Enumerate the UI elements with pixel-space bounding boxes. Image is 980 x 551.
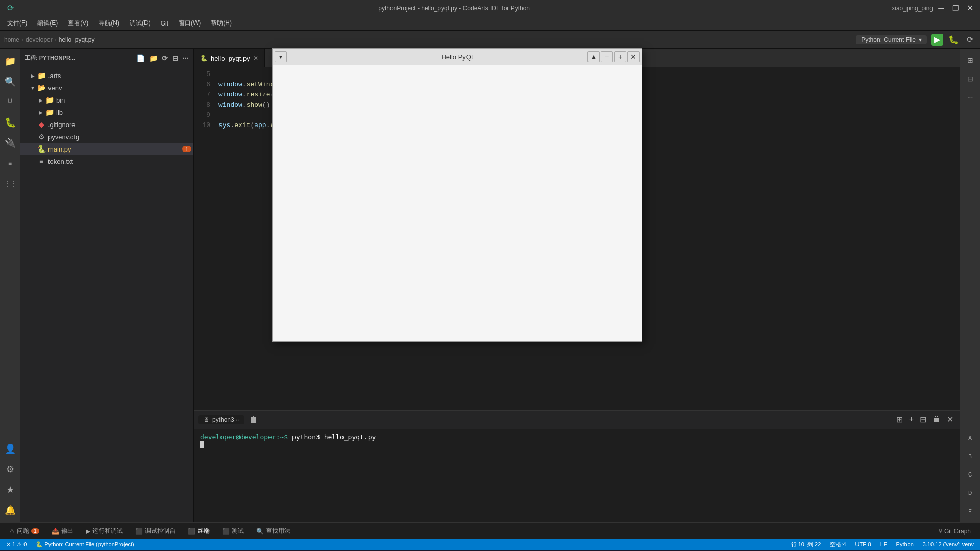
settings-run-button[interactable]: ⟳ xyxy=(964,34,976,46)
pyqt-window[interactable]: ▼ Hello PyQt ▲ − + ✕ xyxy=(272,48,642,342)
close-button[interactable]: ✕ xyxy=(964,2,976,14)
menu-git[interactable]: Git xyxy=(156,19,174,28)
activity-debug[interactable]: 🐛 xyxy=(1,113,19,132)
breadcrumb-file[interactable]: hello_pyqt.py xyxy=(59,36,95,43)
activity-settings[interactable]: ⚙ xyxy=(1,460,19,479)
tree-item-lib[interactable]: ▶ 📁 lib xyxy=(20,106,193,118)
terminal-tabs: 🖥 python3··· 🗑 ⊞ + ⊟ 🗑 ✕ xyxy=(194,411,960,429)
tree-item-main[interactable]: ▶ 🐍 main.py 1 xyxy=(20,143,193,155)
right-layout[interactable]: ⊟ xyxy=(961,69,979,88)
find-label: 查找用法 xyxy=(266,527,290,535)
kill-terminal-button[interactable]: 🗑 xyxy=(930,414,943,425)
status-version[interactable]: 3.10.12 ('venv': venv xyxy=(921,541,976,547)
terminal-layout-button[interactable]: ⊟ xyxy=(918,414,928,425)
pyqt-minimize-button[interactable]: − xyxy=(601,51,613,62)
activity-notifications[interactable]: 🔔 xyxy=(1,501,19,519)
new-folder-action[interactable]: 📁 xyxy=(148,53,159,63)
run-area: Python: Current File ▾ ▶ 🐛 ⟳ xyxy=(856,34,976,46)
terminal-line-1: developer@developer:~$ python3 hello_pyq… xyxy=(200,433,953,441)
output-icon: 📤 xyxy=(52,528,59,535)
right-more[interactable]: ··· xyxy=(961,88,979,106)
line-ending-text: LF xyxy=(880,541,887,547)
python-env-icon: 🐍 xyxy=(36,541,43,548)
bottom-tab-terminal[interactable]: ⬛ 终端 xyxy=(183,525,215,536)
label-arts: .arts xyxy=(48,72,191,80)
tree-item-arts[interactable]: ▶ 📁 .arts xyxy=(20,69,193,82)
bottom-tab-output[interactable]: 📤 输出 xyxy=(46,525,79,536)
run-button[interactable]: ▶ xyxy=(931,34,943,46)
activity-more1[interactable]: ≡ xyxy=(1,154,19,172)
arrow-lib: ▶ xyxy=(37,110,45,115)
right-split-view[interactable]: ⊞ xyxy=(961,51,979,69)
status-line-col[interactable]: 行 10, 列 22 xyxy=(789,541,823,548)
split-terminal-button[interactable]: ⊞ xyxy=(894,414,905,425)
breadcrumb-home[interactable]: home xyxy=(4,36,19,43)
tab-hello-pyqt[interactable]: 🐍 hello_pyqt.py ✕ xyxy=(194,49,265,67)
activity-git[interactable]: ⑂ xyxy=(1,93,19,111)
menu-help[interactable]: 帮助(H) xyxy=(206,18,237,29)
menu-nav[interactable]: 导航(N) xyxy=(93,18,125,29)
collapse-action[interactable]: ⊟ xyxy=(171,53,179,63)
right-bottom3[interactable]: C xyxy=(961,465,979,484)
menu-debug[interactable]: 调试(D) xyxy=(125,18,156,29)
status-python-env[interactable]: 🐍 Python: Current File (pythonProject) xyxy=(34,541,136,548)
debug-run-button[interactable]: 🐛 xyxy=(947,34,960,46)
menu-edit[interactable]: 编辑(E) xyxy=(32,18,63,29)
status-spaces[interactable]: 空格:4 xyxy=(828,541,848,548)
more-action[interactable]: ··· xyxy=(181,53,189,63)
activity-star[interactable]: ★ xyxy=(1,481,19,499)
pyqt-maximize-up-button[interactable]: ▲ xyxy=(587,51,600,62)
terminal-tab-python3[interactable]: 🖥 python3··· xyxy=(198,415,244,424)
right-bottom2[interactable]: B xyxy=(961,447,979,465)
tree-item-bin[interactable]: ▶ 📁 bin xyxy=(20,94,193,106)
bottom-tab-git-graph[interactable]: ⑂ Git Graph xyxy=(934,527,976,536)
activity-accounts[interactable]: 👤 xyxy=(1,440,19,458)
terminal-body[interactable]: developer@developer:~$ python3 hello_pyq… xyxy=(194,429,960,522)
status-errors[interactable]: ✕ 1 ⚠ 0 xyxy=(4,541,29,548)
activity-explorer[interactable]: 📁 xyxy=(1,52,19,70)
tab-close-button[interactable]: ✕ xyxy=(253,55,258,62)
right-bottom4[interactable]: D xyxy=(961,484,979,502)
new-file-action[interactable]: 📄 xyxy=(135,53,146,63)
breadcrumb-developer[interactable]: developer xyxy=(26,36,53,43)
add-terminal-button[interactable]: + xyxy=(907,414,916,425)
menu-file[interactable]: 文件(F) xyxy=(2,18,32,29)
bottom-tab-problems[interactable]: ⚠ 问题 1 xyxy=(4,525,44,536)
tree-item-gitignore[interactable]: ▶ ◆ .gitignore xyxy=(20,118,193,131)
minimize-button[interactable]: ─ xyxy=(935,2,947,14)
activity-more2[interactable]: ⋮⋮ xyxy=(1,174,19,193)
tree-item-venv[interactable]: ▼ 📂 venv xyxy=(20,82,193,94)
error-icon: ✕ xyxy=(6,541,11,548)
status-left: ✕ 1 ⚠ 0 🐍 Python: Current File (pythonPr… xyxy=(4,541,136,548)
bottom-tab-rundebug[interactable]: ▶ 运行和调试 xyxy=(81,525,128,536)
spaces-text: 空格:4 xyxy=(830,541,846,548)
app-icon[interactable]: ⟳ xyxy=(4,2,16,14)
pyqt-titlebar: ▼ Hello PyQt ▲ − + ✕ xyxy=(273,49,642,65)
pyqt-dropdown-button[interactable]: ▼ xyxy=(275,51,287,62)
pyqt-maximize-button[interactable]: + xyxy=(614,51,626,62)
status-encoding[interactable]: UTF-8 xyxy=(853,541,873,547)
right-bottom1[interactable]: A xyxy=(961,429,979,447)
tree-item-token[interactable]: ▶ ≡ token.txt xyxy=(20,155,193,167)
refresh-action[interactable]: ⟳ xyxy=(161,53,169,63)
label-token: token.txt xyxy=(48,158,191,165)
menu-view[interactable]: 查看(V) xyxy=(63,18,93,29)
status-line-ending[interactable]: LF xyxy=(878,541,889,547)
terminal-prompt: developer@developer:~$ xyxy=(200,433,288,441)
activity-search[interactable]: 🔍 xyxy=(1,72,19,91)
run-config-selector[interactable]: Python: Current File ▾ xyxy=(856,35,927,44)
right-bottom5[interactable]: E xyxy=(961,502,979,520)
close-terminal-button[interactable]: ✕ xyxy=(945,414,955,425)
line-col-text: 行 10, 列 22 xyxy=(791,541,821,548)
bottom-tab-find[interactable]: 🔍 查找用法 xyxy=(251,525,296,536)
pyqt-close-button[interactable]: ✕ xyxy=(627,51,640,62)
restore-button[interactable]: ❐ xyxy=(949,2,962,14)
delete-terminal-button[interactable]: 🗑 xyxy=(247,414,261,425)
activity-extensions[interactable]: 🔌 xyxy=(1,134,19,152)
menu-window[interactable]: 窗口(W) xyxy=(174,18,206,29)
tree-item-pyvenv[interactable]: ▶ ⚙ pyvenv.cfg xyxy=(20,131,193,143)
bottom-tab-debugconsole[interactable]: ⬛ 调试控制台 xyxy=(130,525,181,536)
pyqt-body xyxy=(273,65,642,341)
bottom-tab-test[interactable]: ⬛ 测试 xyxy=(217,525,249,536)
status-language[interactable]: Python xyxy=(894,541,916,547)
